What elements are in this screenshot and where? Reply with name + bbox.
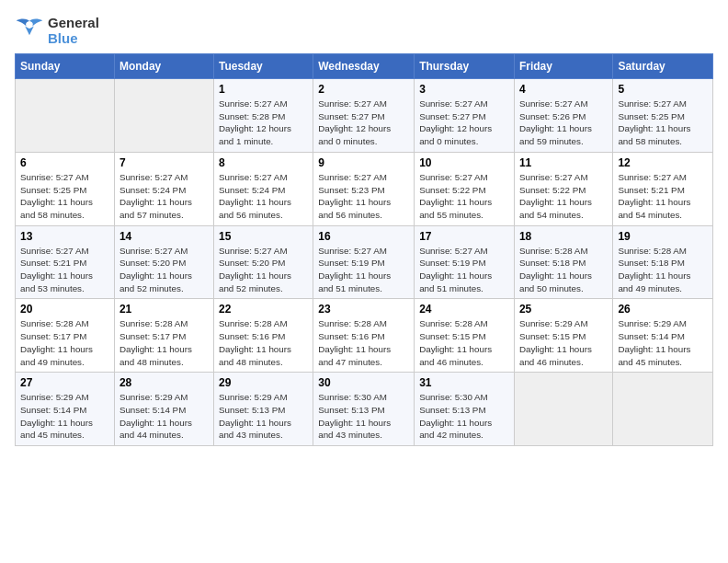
- calendar-cell: 9Sunrise: 5:27 AM Sunset: 5:23 PM Daylig…: [313, 152, 415, 225]
- calendar-cell: 28Sunrise: 5:29 AM Sunset: 5:14 PM Dayli…: [114, 373, 213, 446]
- day-info: Sunrise: 5:27 AM Sunset: 5:28 PM Dayligh…: [219, 98, 308, 148]
- day-number: 14: [119, 230, 209, 243]
- day-number: 20: [20, 303, 109, 316]
- day-number: 8: [219, 156, 308, 169]
- header-day-friday: Friday: [514, 54, 612, 79]
- day-info: Sunrise: 5:29 AM Sunset: 5:14 PM Dayligh…: [618, 317, 708, 368]
- logo-line1: General: [48, 15, 99, 30]
- calendar-week-3: 13Sunrise: 5:27 AM Sunset: 5:21 PM Dayli…: [16, 225, 713, 299]
- calendar-body: 1Sunrise: 5:27 AM Sunset: 5:28 PM Daylig…: [16, 79, 713, 446]
- day-info: Sunrise: 5:27 AM Sunset: 5:25 PM Dayligh…: [20, 171, 109, 222]
- day-number: 5: [618, 83, 708, 96]
- calendar-cell: 2Sunrise: 5:27 AM Sunset: 5:27 PM Daylig…: [313, 79, 415, 153]
- day-info: Sunrise: 5:28 AM Sunset: 5:15 PM Dayligh…: [419, 317, 509, 368]
- calendar-table: SundayMondayTuesdayWednesdayThursdayFrid…: [15, 53, 713, 446]
- calendar-cell: 23Sunrise: 5:28 AM Sunset: 5:16 PM Dayli…: [313, 299, 415, 373]
- header-day-saturday: Saturday: [613, 54, 713, 79]
- day-number: 24: [419, 303, 509, 316]
- day-info: Sunrise: 5:28 AM Sunset: 5:18 PM Dayligh…: [618, 245, 708, 295]
- calendar-cell: 10Sunrise: 5:27 AM Sunset: 5:22 PM Dayli…: [415, 152, 515, 225]
- calendar-cell: 7Sunrise: 5:27 AM Sunset: 5:24 PM Daylig…: [114, 152, 213, 225]
- header-day-sunday: Sunday: [16, 54, 115, 79]
- day-info: Sunrise: 5:27 AM Sunset: 5:19 PM Dayligh…: [419, 245, 509, 295]
- day-number: 13: [20, 230, 109, 243]
- day-info: Sunrise: 5:27 AM Sunset: 5:27 PM Dayligh…: [419, 98, 509, 148]
- day-info: Sunrise: 5:29 AM Sunset: 5:14 PM Dayligh…: [119, 391, 209, 442]
- day-info: Sunrise: 5:27 AM Sunset: 5:24 PM Dayligh…: [119, 171, 209, 222]
- day-info: Sunrise: 5:28 AM Sunset: 5:18 PM Dayligh…: [519, 245, 608, 295]
- day-info: Sunrise: 5:30 AM Sunset: 5:13 PM Dayligh…: [419, 391, 509, 442]
- day-number: 4: [519, 83, 608, 96]
- day-info: Sunrise: 5:27 AM Sunset: 5:20 PM Dayligh…: [119, 245, 209, 295]
- header-day-monday: Monday: [114, 54, 213, 79]
- calendar-cell: 16Sunrise: 5:27 AM Sunset: 5:19 PM Dayli…: [313, 225, 415, 299]
- calendar-cell: [613, 373, 713, 446]
- calendar-cell: 29Sunrise: 5:29 AM Sunset: 5:13 PM Dayli…: [213, 373, 313, 446]
- calendar-cell: 30Sunrise: 5:30 AM Sunset: 5:13 PM Dayli…: [313, 373, 415, 446]
- day-info: Sunrise: 5:27 AM Sunset: 5:21 PM Dayligh…: [618, 171, 708, 222]
- day-number: 28: [119, 376, 209, 389]
- calendar-week-5: 27Sunrise: 5:29 AM Sunset: 5:14 PM Dayli…: [16, 373, 713, 446]
- calendar-cell: [514, 373, 612, 446]
- calendar-cell: [114, 79, 213, 153]
- calendar-cell: 19Sunrise: 5:28 AM Sunset: 5:18 PM Dayli…: [613, 225, 713, 299]
- day-number: 9: [318, 156, 409, 169]
- logo: General Blue: [15, 15, 99, 46]
- day-info: Sunrise: 5:27 AM Sunset: 5:19 PM Dayligh…: [318, 245, 409, 295]
- day-number: 18: [519, 230, 608, 243]
- day-number: 21: [119, 303, 209, 316]
- calendar-cell: 27Sunrise: 5:29 AM Sunset: 5:14 PM Dayli…: [16, 373, 115, 446]
- calendar-cell: 26Sunrise: 5:29 AM Sunset: 5:14 PM Dayli…: [613, 299, 713, 373]
- logo-line2: Blue: [48, 30, 99, 46]
- calendar-cell: 21Sunrise: 5:28 AM Sunset: 5:17 PM Dayli…: [114, 299, 213, 373]
- day-number: 12: [618, 156, 708, 169]
- day-number: 19: [618, 230, 708, 243]
- day-info: Sunrise: 5:27 AM Sunset: 5:24 PM Dayligh…: [219, 171, 308, 222]
- day-info: Sunrise: 5:27 AM Sunset: 5:25 PM Dayligh…: [618, 98, 708, 148]
- day-number: 11: [519, 156, 608, 169]
- header-row: SundayMondayTuesdayWednesdayThursdayFrid…: [16, 54, 713, 79]
- header-day-wednesday: Wednesday: [313, 54, 415, 79]
- calendar-cell: 13Sunrise: 5:27 AM Sunset: 5:21 PM Dayli…: [16, 225, 115, 299]
- day-info: Sunrise: 5:27 AM Sunset: 5:20 PM Dayligh…: [219, 245, 308, 295]
- day-info: Sunrise: 5:30 AM Sunset: 5:13 PM Dayligh…: [318, 391, 409, 442]
- calendar-cell: 5Sunrise: 5:27 AM Sunset: 5:25 PM Daylig…: [613, 79, 713, 153]
- calendar-cell: 14Sunrise: 5:27 AM Sunset: 5:20 PM Dayli…: [114, 225, 213, 299]
- day-number: 17: [419, 230, 509, 243]
- day-info: Sunrise: 5:27 AM Sunset: 5:26 PM Dayligh…: [519, 98, 608, 148]
- day-number: 2: [318, 83, 409, 96]
- calendar-cell: 17Sunrise: 5:27 AM Sunset: 5:19 PM Dayli…: [415, 225, 515, 299]
- day-number: 10: [419, 156, 509, 169]
- day-number: 29: [219, 376, 308, 389]
- calendar-cell: 12Sunrise: 5:27 AM Sunset: 5:21 PM Dayli…: [613, 152, 713, 225]
- day-number: 15: [219, 230, 308, 243]
- day-number: 1: [219, 83, 308, 96]
- calendar-cell: 24Sunrise: 5:28 AM Sunset: 5:15 PM Dayli…: [415, 299, 515, 373]
- day-number: 3: [419, 83, 509, 96]
- calendar-cell: [16, 79, 115, 153]
- calendar-header: SundayMondayTuesdayWednesdayThursdayFrid…: [16, 54, 713, 79]
- calendar-cell: 15Sunrise: 5:27 AM Sunset: 5:20 PM Dayli…: [213, 225, 313, 299]
- day-info: Sunrise: 5:29 AM Sunset: 5:15 PM Dayligh…: [519, 317, 608, 368]
- day-info: Sunrise: 5:29 AM Sunset: 5:13 PM Dayligh…: [219, 391, 308, 442]
- day-number: 7: [119, 156, 209, 169]
- header-day-thursday: Thursday: [415, 54, 515, 79]
- day-number: 25: [519, 303, 608, 316]
- calendar-week-4: 20Sunrise: 5:28 AM Sunset: 5:17 PM Dayli…: [16, 299, 713, 373]
- day-info: Sunrise: 5:28 AM Sunset: 5:17 PM Dayligh…: [119, 317, 209, 368]
- day-info: Sunrise: 5:28 AM Sunset: 5:17 PM Dayligh…: [20, 317, 109, 368]
- calendar-cell: 6Sunrise: 5:27 AM Sunset: 5:25 PM Daylig…: [16, 152, 115, 225]
- day-number: 26: [618, 303, 708, 316]
- day-number: 23: [318, 303, 409, 316]
- day-number: 6: [20, 156, 109, 169]
- calendar-cell: 11Sunrise: 5:27 AM Sunset: 5:22 PM Dayli…: [514, 152, 612, 225]
- calendar-cell: 4Sunrise: 5:27 AM Sunset: 5:26 PM Daylig…: [514, 79, 612, 153]
- day-info: Sunrise: 5:27 AM Sunset: 5:23 PM Dayligh…: [318, 171, 409, 222]
- calendar-cell: 20Sunrise: 5:28 AM Sunset: 5:17 PM Dayli…: [16, 299, 115, 373]
- day-number: 27: [20, 376, 109, 389]
- day-info: Sunrise: 5:28 AM Sunset: 5:16 PM Dayligh…: [219, 317, 308, 368]
- calendar-cell: 25Sunrise: 5:29 AM Sunset: 5:15 PM Dayli…: [514, 299, 612, 373]
- calendar-cell: 18Sunrise: 5:28 AM Sunset: 5:18 PM Dayli…: [514, 225, 612, 299]
- calendar-cell: 3Sunrise: 5:27 AM Sunset: 5:27 PM Daylig…: [415, 79, 515, 153]
- day-info: Sunrise: 5:27 AM Sunset: 5:22 PM Dayligh…: [419, 171, 509, 222]
